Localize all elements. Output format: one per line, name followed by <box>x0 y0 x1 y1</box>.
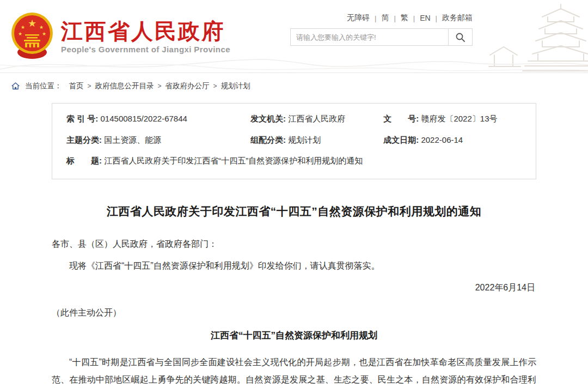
top-link-simplified-chinese[interactable]: 简 <box>381 13 389 23</box>
plan-subtitle: 江西省“十四五”自然资源保护和利用规划 <box>52 329 536 342</box>
svg-text:★: ★ <box>28 18 36 29</box>
search-icon <box>455 32 465 43</box>
disclosure-note: （此件主动公开） <box>52 304 536 322</box>
breadcrumb-item-general-office[interactable]: 省政府办公厅 <box>166 81 210 91</box>
home-icon <box>11 82 20 90</box>
search-box <box>290 28 473 46</box>
svg-text:★: ★ <box>39 25 44 30</box>
site-brand: ★ ★ ★ ★ ★ 江西省人民政府 People's Government of… <box>10 11 230 60</box>
document-date: 2022年6月14日 <box>52 279 535 296</box>
link-divider: | <box>413 14 415 22</box>
breadcrumb-item-home[interactable]: 首页 <box>69 81 84 91</box>
pagoda-sketch-watermark <box>479 0 588 72</box>
top-link-traditional-chinese[interactable]: 繁 <box>401 13 408 23</box>
meta-title: 标 题: 江西省人民政府关于印发江西省“十四五”自然资源保护和利用规划的通知 <box>52 155 536 167</box>
meta-topic-category: 主题分类: 国土资源、能源 <box>52 134 250 147</box>
document-salutation: 各市、县（区）人民政府，省政府各部门： <box>52 235 536 253</box>
breadcrumb-item-planning[interactable]: 规划计划 <box>221 81 250 91</box>
top-link-gov-mailbox[interactable]: 政务邮箱 <box>442 13 473 23</box>
document-paragraph-2: “十四五”时期是江西省与全国同步全面建设社会主义现代化的开局起步期，也是江西省在… <box>52 354 536 388</box>
national-emblem-logo: ★ ★ ★ ★ ★ <box>10 11 54 60</box>
link-divider: | <box>436 14 437 22</box>
document-paragraph-1: 现将《江西省“十四五”自然资源保护和利用规划》印发给你们，请认真贯彻落实。 <box>52 257 536 275</box>
meta-index-number: 索 引 号: 014500815/2022-67844 <box>52 113 250 125</box>
link-divider: | <box>375 14 376 22</box>
svg-text:★: ★ <box>18 31 22 37</box>
site-subtitle: People's Government of Jiangxi Province <box>61 45 230 54</box>
meta-row: 索 引 号: 014500815/2022-67844 发文机关: 江西省人民政… <box>52 108 536 130</box>
brand-text: 江西省人民政府 People's Government of Jiangxi P… <box>61 17 230 54</box>
page: ★ ★ ★ ★ ★ 江西省人民政府 People's Government of… <box>0 0 588 388</box>
search-input[interactable] <box>291 29 448 45</box>
breadcrumb-separator: > <box>158 82 162 90</box>
search-button[interactable] <box>448 29 472 45</box>
meta-row: 标 题: 江西省人民政府关于印发江西省“十四五”自然资源保护和利用规划的通知 <box>52 150 536 172</box>
document-title: 江西省人民政府关于印发江西省“十四五”自然资源保护和利用规划的通知 <box>52 204 536 219</box>
link-divider: | <box>394 14 395 22</box>
meta-issuing-agency: 发文机关: 江西省人民政府 <box>250 113 383 125</box>
meta-group-category: 组配分类: 规划计划 <box>250 134 383 147</box>
breadcrumb-label: 当前位置： <box>25 81 62 91</box>
svg-text:★: ★ <box>42 31 46 37</box>
top-utility-links: 无障碍 | 简 | 繁 | EN | 政务邮箱 <box>347 13 473 23</box>
document-meta-table: 索 引 号: 014500815/2022-67844 发文机关: 江西省人民政… <box>52 103 536 179</box>
document-content: 索 引 号: 014500815/2022-67844 发文机关: 江西省人民政… <box>52 103 536 388</box>
breadcrumb-item-info-directory[interactable]: 政府信息公开目录 <box>95 81 154 91</box>
breadcrumb: 当前位置： 首页 > 政府信息公开目录 > 省政府办公厅 > 规划计划 <box>0 72 588 99</box>
breadcrumb-separator: > <box>213 82 217 90</box>
breadcrumb-separator: > <box>88 82 91 90</box>
svg-text:★: ★ <box>21 25 25 30</box>
site-header: ★ ★ ★ ★ ★ 江西省人民政府 People's Government of… <box>0 0 588 72</box>
top-link-english[interactable]: EN <box>420 14 430 22</box>
site-title: 江西省人民政府 <box>61 19 230 43</box>
meta-row: 主题分类: 国土资源、能源 组配分类: 规划计划 成文日期: 2022-06-1… <box>52 130 536 151</box>
meta-issue-date: 成文日期: 2022-06-14 <box>383 134 536 147</box>
meta-document-number: 文 号: 赣府发〔2022〕13号 <box>383 113 536 125</box>
top-link-accessibility[interactable]: 无障碍 <box>347 13 370 23</box>
